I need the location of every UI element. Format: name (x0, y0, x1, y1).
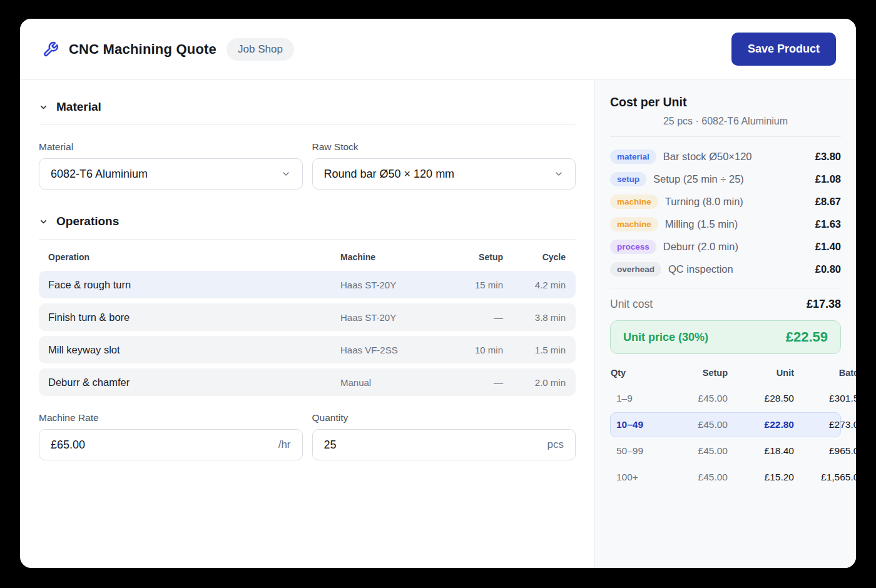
operations-section-toggle[interactable]: Operations (39, 215, 576, 228)
column-header-qty: Qty (610, 368, 650, 378)
material-section-toggle[interactable]: Material (39, 100, 576, 114)
operation-machine: Manual (340, 377, 441, 388)
tier-qty: 1–9 (610, 393, 650, 404)
unit-price-label: Unit price (30%) (623, 331, 708, 344)
tag-material: material (610, 150, 656, 164)
operation-name: Deburr & chamfer (48, 377, 340, 388)
cost-summary-inner: Cost per Unit 25 pcs · 6082-T6 Aluminium… (610, 95, 841, 354)
shop-type-badge: Job Shop (227, 38, 294, 61)
operations-section: Operations Operation Machine Setup Cycle… (39, 215, 576, 396)
chevron-down-icon (39, 103, 48, 112)
operation-setup: 15 min (441, 280, 503, 290)
tag-setup: setup (610, 172, 646, 186)
quote-form: Material Material 6082-T6 Aluminium Raw … (20, 80, 594, 568)
tier-batch: £273.00 (794, 419, 856, 430)
tier-setup: £45.00 (650, 472, 728, 483)
column-header-machine: Machine (340, 252, 441, 262)
column-header-cycle: Cycle (503, 252, 566, 262)
operation-name: Finish turn & bore (48, 312, 340, 323)
header: CNC Machining Quote Job Shop Save Produc… (20, 19, 856, 80)
unit-cost-row: Unit cost £17.38 (610, 298, 841, 311)
cost-line-item: material Bar stock Ø50×120 £3.80 (610, 145, 841, 168)
line-amount: £1.40 (815, 241, 841, 253)
column-header-setup: Setup (441, 252, 503, 262)
page-title: CNC Machining Quote (69, 41, 216, 58)
column-header-setup: Setup (650, 368, 728, 378)
app-card: CNC Machining Quote Job Shop Save Produc… (20, 19, 856, 568)
quantity-value: 25 (324, 438, 337, 452)
raw-stock-field: Raw Stock Round bar Ø50 × 120 mm (312, 141, 576, 190)
tier-qty: 50–99 (610, 445, 650, 457)
tag-overhead: overhead (610, 262, 661, 276)
line-label: Bar stock Ø50×120 (663, 151, 752, 163)
tier-batch: £301.50 (794, 393, 856, 404)
summary-title: Cost per Unit (610, 95, 841, 109)
column-header-batch: Batch (794, 368, 856, 378)
wrench-icon (43, 41, 59, 58)
tag-machine: machine (610, 195, 658, 209)
material-field: Material 6082-T6 Aluminium (39, 141, 303, 190)
operation-cycle: 2.0 min (503, 377, 566, 388)
tier-qty: 100+ (610, 472, 650, 483)
tier-batch: £1,565.00 (794, 472, 856, 483)
header-left: CNC Machining Quote Job Shop (43, 38, 294, 61)
unit-cost-label: Unit cost (610, 298, 653, 311)
operation-row[interactable]: Deburr & chamfer Manual — 2.0 min (39, 368, 576, 396)
tier-setup: £45.00 (650, 419, 728, 430)
operation-name: Mill keyway slot (48, 344, 340, 356)
operations-table-header: Operation Machine Setup Cycle (39, 240, 576, 271)
line-label: Setup (25 min ÷ 25) (653, 173, 744, 185)
operation-setup: 10 min (441, 345, 503, 355)
line-label: QC inspection (668, 263, 733, 275)
save-product-button[interactable]: Save Product (731, 33, 836, 66)
tier-unit: £28.50 (728, 393, 794, 404)
cost-line-item: process Deburr (2.0 min) £1.40 (610, 235, 841, 258)
tier-unit: £18.40 (728, 445, 794, 457)
tier-setup: £45.00 (650, 445, 728, 457)
operation-cycle: 4.2 min (503, 280, 566, 290)
chevron-down-icon (39, 217, 48, 226)
machine-rate-input[interactable]: £65.00 /hr (39, 429, 303, 460)
operation-row[interactable]: Face & rough turn Haas ST-20Y 15 min 4.2… (39, 271, 576, 298)
line-label: Milling (1.5 min) (665, 218, 738, 230)
tier-unit: £22.80 (728, 419, 794, 430)
material-select[interactable]: 6082-T6 Aluminium (39, 158, 303, 190)
quantity-input[interactable]: 25 pcs (312, 429, 576, 460)
main-content: Material Material 6082-T6 Aluminium Raw … (20, 80, 856, 568)
qty-tier-row-selected[interactable]: 10–49 £45.00 £22.80 £273.00 (610, 412, 856, 438)
qty-tier-row[interactable]: 100+ £45.00 £15.20 £1,565.00 (610, 464, 856, 490)
cost-line-item: machine Turning (8.0 min) £8.67 (610, 190, 841, 213)
machine-rate-suffix: /hr (278, 438, 291, 451)
qty-tier-row[interactable]: 50–99 £45.00 £18.40 £965.00 (610, 438, 856, 464)
quantity-break-table: Qty Setup Unit Batch 1–9 £45.00 £28.50 £… (610, 364, 856, 490)
line-label: Deburr (2.0 min) (663, 241, 738, 253)
material-section-title: Material (56, 100, 101, 114)
line-amount: £0.80 (815, 263, 841, 275)
operation-row[interactable]: Finish turn & bore Haas ST-20Y — 3.8 min (39, 303, 576, 331)
qty-tier-row[interactable]: 1–9 £45.00 £28.50 £301.50 (610, 385, 856, 412)
quantity-field: Quantity 25 pcs (312, 412, 576, 460)
raw-stock-select-value: Round bar Ø50 × 120 mm (324, 168, 455, 181)
unit-cost-amount: £17.38 (807, 298, 841, 311)
quantity-label: Quantity (312, 412, 576, 423)
machine-rate-value: £65.00 (51, 438, 85, 452)
rate-quantity-fields: Machine Rate £65.00 /hr Quantity 25 pcs (39, 412, 576, 460)
line-amount: £1.08 (815, 173, 841, 185)
operations-section-title: Operations (56, 215, 119, 228)
operation-name: Face & rough turn (48, 279, 340, 291)
unit-price-amount: £22.59 (786, 329, 828, 345)
cost-line-items: material Bar stock Ø50×120 £3.80 setup S… (610, 137, 841, 288)
raw-stock-label: Raw Stock (312, 141, 576, 153)
line-amount: £3.80 (815, 151, 841, 163)
material-fields: Material 6082-T6 Aluminium Raw Stock Rou… (39, 141, 576, 190)
machine-rate-field: Machine Rate £65.00 /hr (39, 412, 303, 460)
cost-line-item: machine Milling (1.5 min) £1.63 (610, 213, 841, 235)
operation-cycle: 1.5 min (503, 345, 566, 355)
operation-setup: — (441, 312, 503, 323)
line-label: Turning (8.0 min) (665, 196, 743, 208)
quantity-suffix: pcs (548, 438, 564, 451)
operation-row[interactable]: Mill keyway slot Haas VF-2SS 10 min 1.5 … (39, 336, 576, 363)
raw-stock-select[interactable]: Round bar Ø50 × 120 mm (312, 158, 576, 190)
operation-setup: — (441, 377, 503, 388)
unit-price-box: Unit price (30%) £22.59 (610, 320, 841, 354)
